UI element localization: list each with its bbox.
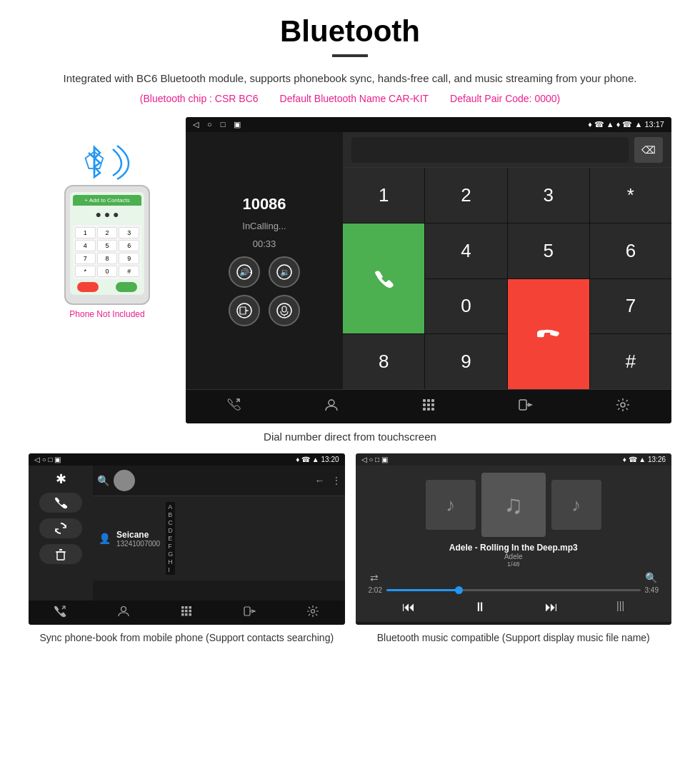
- svg-point-12: [329, 400, 334, 406]
- key-6[interactable]: 6: [590, 223, 671, 278]
- key-star[interactable]: *: [590, 168, 671, 223]
- play-pause-button[interactable]: ⏸: [474, 600, 486, 615]
- tb-dialpad[interactable]: [180, 605, 193, 620]
- phonebook-screenshot: ◁ ○ □ ▣ ♦ ☎ ▲ 13:20 ✱: [29, 453, 345, 625]
- keypad-grid: 1 2 3 * 4 5 6 0: [343, 168, 671, 389]
- keypad-display: ⌫: [343, 132, 671, 168]
- phone-screen: + Add to Contacts ● ● ● 1 2 3 4 5 6 7 8 …: [70, 192, 144, 295]
- nav-icons: ◁ ○ □ ▣: [193, 120, 241, 129]
- svg-rect-20: [427, 408, 430, 411]
- pb-right-content: 🔍 ← ⋮ 👤 Seicane 13241007000: [93, 466, 345, 600]
- transfer-button[interactable]: [229, 295, 260, 326]
- call-status: InCalling...: [242, 221, 286, 231]
- tb-contacts[interactable]: [117, 605, 130, 620]
- time-display: ♦ ☎ ▲ 13:17: [616, 120, 664, 129]
- keypad-panel: ⌫ 1 2 3 * 4 5 6 0: [343, 132, 671, 389]
- mic-button[interactable]: [269, 295, 300, 326]
- vol-down-icon: 🔉: [276, 264, 292, 280]
- pb-toolbar: [29, 600, 345, 625]
- status-bar: ◁ ○ □ ▣ ♦ ☎ ▲ ♦ ☎ ▲ 13:17: [186, 117, 671, 132]
- toolbar-contacts[interactable]: [324, 397, 339, 416]
- pb-status-bar: ◁ ○ □ ▣ ♦ ☎ ▲ 13:20: [29, 453, 345, 466]
- toolbar-settings[interactable]: [615, 397, 631, 416]
- time-current: 2:02: [369, 586, 382, 594]
- bt-chip: (Bluetooth chip : CSR BC6: [140, 93, 259, 104]
- contact-info: Seicane 13241007000: [116, 530, 160, 548]
- svg-rect-14: [427, 399, 430, 402]
- music-note-main: ♫: [504, 490, 523, 520]
- call-sidebar-icon: [54, 496, 68, 510]
- toolbar-transfer[interactable]: [518, 397, 534, 416]
- music-note-right: ♪: [571, 494, 581, 516]
- bluetooth-signal: ⬠: [79, 139, 136, 181]
- call-green-button[interactable]: [343, 223, 424, 334]
- equalizer-icon: |||: [616, 600, 624, 615]
- phone-call-sidebar-btn[interactable]: [39, 493, 82, 513]
- progress-bar[interactable]: [386, 589, 641, 591]
- music-screenshot: ◁ ○ □ ▣ ♦ ☎ ▲ 13:26 ♪ ♫ ♪: [356, 453, 672, 625]
- vol-down-button[interactable]: 🔉: [269, 256, 300, 288]
- contacts-icon: [324, 397, 339, 413]
- bt-name: Default Bluetooth Name CAR-KIT: [280, 93, 429, 104]
- dial-key-1: 1: [75, 227, 96, 238]
- contacts-tb-icon: [117, 605, 130, 618]
- delete-icon: [54, 547, 68, 561]
- tb-calls[interactable]: [54, 605, 66, 620]
- call-controls: 🔊+ 🔉: [229, 256, 300, 288]
- vol-up-button[interactable]: 🔊+: [229, 256, 260, 288]
- phone-call-button: [116, 282, 137, 292]
- album-art-area: ♪ ♫ ♪: [426, 473, 601, 537]
- alphabet-index: A B C D E F G H I: [166, 502, 175, 575]
- music-item: ◁ ○ □ ▣ ♦ ☎ ▲ 13:26 ♪ ♫ ♪: [356, 453, 672, 645]
- call-red-button[interactable]: [508, 279, 589, 390]
- svg-rect-9: [282, 306, 286, 312]
- next-button[interactable]: ⏭: [545, 600, 558, 615]
- transfer-icon: [518, 397, 534, 413]
- svg-rect-34: [185, 610, 188, 613]
- svg-rect-35: [189, 610, 192, 613]
- delete-sidebar-btn[interactable]: [39, 544, 82, 564]
- svg-rect-33: [181, 610, 184, 613]
- phone-end-button: [77, 282, 99, 292]
- key-5[interactable]: 5: [508, 223, 589, 278]
- contact-row: 👤 Seicane 13241007000 A B C D E: [93, 496, 345, 581]
- dialpad-icon: [421, 397, 436, 413]
- key-7[interactable]: 7: [590, 279, 671, 334]
- phone-dial: 1 2 3 4 5 6 7 8 9 * 0 #: [73, 225, 141, 279]
- user-avatar: [114, 470, 135, 491]
- tb-transfer[interactable]: [244, 605, 256, 620]
- svg-point-29: [121, 607, 126, 612]
- dialer-main: 10086 InCalling... 00:33 🔊+ 🔉: [186, 132, 671, 389]
- keypad-input-field[interactable]: [351, 137, 629, 163]
- delete-button[interactable]: ⌫: [634, 137, 663, 163]
- dial-key-3: 3: [119, 227, 139, 238]
- toolbar-calls[interactable]: [226, 397, 242, 416]
- phone-bottom-btns: [73, 279, 141, 292]
- tb-settings[interactable]: [306, 605, 319, 620]
- shuffle-icon[interactable]: ⇄: [370, 572, 379, 583]
- back-icon: ←: [315, 475, 325, 486]
- dialer-toolbar: [186, 389, 671, 423]
- key-8[interactable]: 8: [343, 334, 424, 389]
- search-music-icon[interactable]: 🔍: [645, 572, 657, 583]
- sync-icon: [54, 521, 68, 536]
- toolbar-dialpad[interactable]: [421, 397, 436, 416]
- key-0[interactable]: 0: [425, 279, 506, 334]
- key-1[interactable]: 1: [343, 168, 424, 223]
- svg-rect-22: [519, 400, 526, 410]
- pb-body: ✱: [29, 466, 345, 600]
- prev-button[interactable]: ⏮: [402, 600, 415, 615]
- call-timer: 00:33: [253, 238, 276, 249]
- key-4[interactable]: 4: [425, 223, 506, 278]
- key-hash[interactable]: #: [590, 334, 671, 389]
- key-9[interactable]: 9: [425, 334, 506, 389]
- call-controls-2: [229, 295, 300, 326]
- music-controls-row: ⇄ 🔍: [363, 572, 665, 583]
- sync-sidebar-btn[interactable]: [39, 518, 82, 538]
- phone-mockup: + Add to Contacts ● ● ● 1 2 3 4 5 6 7 8 …: [64, 185, 150, 305]
- transfer-tb-icon: [244, 605, 256, 618]
- key-2[interactable]: 2: [425, 168, 506, 223]
- key-3[interactable]: 3: [508, 168, 589, 223]
- phone-screen-mid: ● ● ●: [73, 206, 141, 225]
- svg-rect-31: [185, 606, 188, 609]
